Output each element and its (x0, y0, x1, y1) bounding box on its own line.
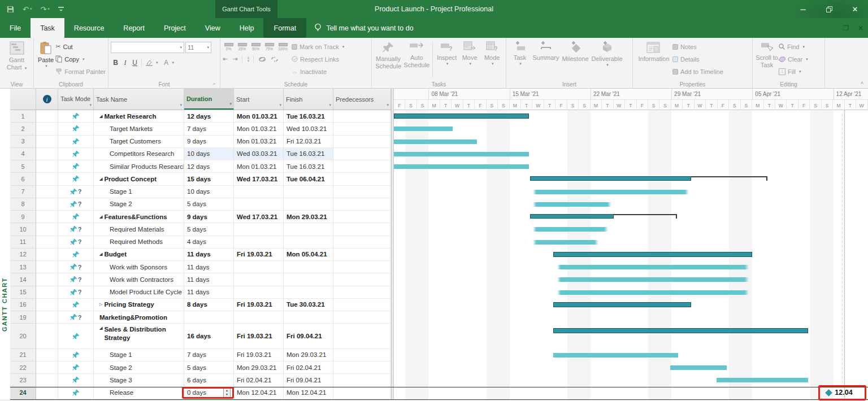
predecessors-cell[interactable] (333, 123, 391, 135)
start-cell[interactable]: Mon 12.04.21 (234, 387, 284, 399)
task-name-cell[interactable]: Target Customers (94, 136, 184, 148)
cut-button[interactable]: ✂ Cut (55, 42, 106, 51)
filter-arrow-icon[interactable]: ▾ (89, 103, 92, 107)
background-color-icon[interactable] (145, 59, 153, 67)
task-bar[interactable] (557, 290, 749, 295)
finish-cell[interactable]: Mon 12.04.21 (284, 387, 333, 399)
header-predecessors[interactable]: Predecessors▾ (333, 89, 391, 110)
task-mode-cell[interactable] (58, 173, 94, 185)
duration-cell[interactable]: 11 days (184, 249, 234, 261)
predecessors-cell[interactable] (333, 136, 391, 148)
indicator-cell[interactable] (36, 324, 58, 349)
duration-cell[interactable]: 11 days (184, 286, 234, 299)
task-bar[interactable] (717, 378, 808, 382)
task-mode-cell[interactable] (58, 374, 94, 386)
manually-schedule-button[interactable]: Manually Schedule (374, 40, 402, 80)
duration-cell[interactable]: 10 days (184, 148, 234, 160)
start-cell[interactable] (234, 198, 284, 211)
task-name-cell[interactable]: Competitors Research (94, 148, 184, 160)
duration-cell[interactable]: 9 days (184, 136, 234, 148)
start-cell[interactable]: Wed 17.03.21 (234, 173, 284, 185)
task-mode-cell[interactable] (58, 123, 94, 135)
header-row-number[interactable] (10, 89, 36, 110)
restore-button[interactable] (816, 0, 842, 18)
tab-format[interactable]: Format (263, 18, 306, 38)
tab-task[interactable]: Task (31, 18, 64, 38)
filter-arrow-icon[interactable]: ▾ (329, 103, 331, 107)
task-name-cell[interactable]: Work with Sponsors (94, 261, 184, 273)
outdent-task-icon[interactable]: ⇤ (223, 55, 228, 63)
indicator-cell[interactable] (36, 311, 58, 324)
duration-cell[interactable]: 10 days (184, 186, 234, 198)
indicator-cell[interactable] (36, 148, 58, 160)
insert-summary-button[interactable]: Summary (531, 40, 561, 80)
task-mode-cell[interactable]: ? (58, 311, 94, 324)
respect-links-button[interactable]: Respect Links (292, 54, 344, 64)
child-restore-icon[interactable]: ❐ (843, 24, 849, 32)
task-name-cell[interactable]: Required Methods (94, 236, 184, 249)
task-bar[interactable] (557, 265, 749, 269)
header-info[interactable]: i (36, 89, 58, 110)
auto-schedule-button[interactable]: Auto Schedule (402, 40, 431, 80)
task-mode-cell[interactable]: ? (58, 198, 94, 211)
predecessors-cell[interactable] (333, 110, 391, 123)
task-name-cell[interactable]: ◢Budget (94, 249, 184, 261)
details-button[interactable]: Details (672, 54, 723, 64)
tab-file[interactable]: File (0, 18, 31, 38)
predecessors-cell[interactable] (333, 236, 391, 249)
filter-arrow-icon[interactable]: ▾ (279, 103, 281, 107)
copy-button[interactable]: Copy▾ (55, 54, 106, 64)
indicator-cell[interactable] (36, 160, 58, 173)
header-task-name[interactable]: Task Name▾ (94, 89, 184, 110)
finish-cell[interactable]: Tue 16.03.21 (284, 148, 333, 160)
indicator-cell[interactable] (36, 349, 58, 361)
duration-cell[interactable]: 7 days (184, 349, 234, 361)
task-name-cell[interactable]: Required Materials (94, 223, 184, 236)
duration-cell[interactable]: 16 days (184, 324, 234, 349)
font-name-combo[interactable]: ▾ (111, 42, 184, 53)
start-cell[interactable]: Wed 03.03.21 (234, 148, 284, 160)
duration-cell[interactable]: 9 days (184, 211, 234, 223)
paste-button[interactable]: Paste ▾ (36, 40, 55, 80)
finish-cell[interactable]: Mon 29.03.21 (284, 211, 333, 223)
font-size-combo[interactable]: 11▾ (185, 42, 211, 53)
expanded-triangle-icon[interactable]: ◢ (99, 177, 102, 181)
finish-cell[interactable]: Wed 10.03.21 (284, 123, 333, 135)
task-mode-cell[interactable] (58, 361, 94, 374)
task-mode-cell[interactable] (58, 299, 94, 311)
header-finish[interactable]: Finish▾ (284, 89, 333, 110)
indicator-cell[interactable] (36, 374, 58, 386)
link-tasks-icon[interactable] (258, 56, 266, 62)
indicator-cell[interactable] (36, 273, 58, 286)
predecessors-cell[interactable] (333, 324, 391, 349)
tell-me-box[interactable]: Tell me what you want to do (314, 18, 413, 38)
summary-bar[interactable] (553, 328, 808, 334)
task-name-cell[interactable]: Target Markets (94, 123, 184, 135)
header-duration[interactable]: Duration▾ (184, 89, 234, 110)
finish-cell[interactable] (284, 261, 333, 273)
finish-cell[interactable]: Mon 05.04.21 (284, 249, 333, 261)
expanded-triangle-icon[interactable]: ◢ (99, 252, 102, 256)
finish-cell[interactable] (284, 311, 333, 324)
filter-arrow-icon[interactable]: ▾ (229, 102, 232, 106)
minimize-button[interactable]: ─ (790, 0, 816, 18)
percent-complete-0-button[interactable]: 0% (223, 43, 235, 51)
duration-cell[interactable] (184, 311, 234, 324)
start-cell[interactable]: Fri 19.03.21 (234, 249, 284, 261)
inspect-button[interactable]: ? Inspect▾ (435, 40, 458, 80)
mark-on-track-button[interactable]: Mark on Track▾ (292, 42, 344, 51)
finish-cell[interactable] (284, 186, 333, 198)
duration-cell[interactable]: 5 days (184, 223, 234, 236)
predecessors-cell[interactable] (333, 148, 391, 160)
task-name-cell[interactable]: Release (94, 387, 184, 399)
clear-button[interactable]: Clear▾ (779, 54, 808, 64)
task-name-cell[interactable]: ◢Sales & Distribution Strategy (94, 324, 184, 349)
predecessors-cell[interactable] (333, 387, 391, 399)
insert-task-button[interactable]: Task▾ (509, 40, 531, 80)
task-name-cell[interactable]: Work with Contractors (94, 273, 184, 286)
finish-cell[interactable]: Tue 16.03.21 (284, 110, 333, 123)
task-mode-cell[interactable] (58, 324, 94, 349)
indicator-cell[interactable] (36, 173, 58, 185)
task-bar[interactable] (394, 152, 529, 156)
task-name-cell[interactable]: Stage 2 (94, 198, 184, 211)
